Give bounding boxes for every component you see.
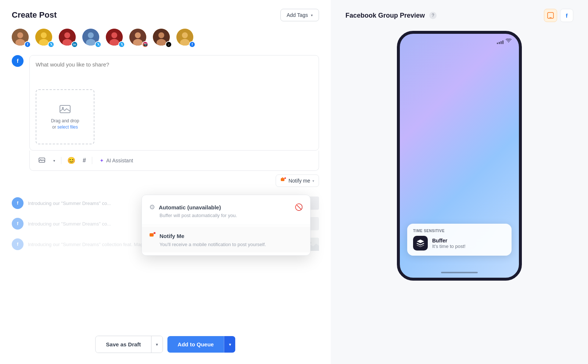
hashtag-icon: # xyxy=(83,157,86,164)
avatar-account-7[interactable]: ♪ xyxy=(153,29,172,48)
chevron-down-icon: ▾ xyxy=(53,159,55,163)
automatic-title: Automatic (unavailable) xyxy=(159,204,221,210)
mobile-preview-tab[interactable] xyxy=(544,9,557,22)
avatar-account-4[interactable]: 𝕏 xyxy=(82,29,101,48)
add-to-queue-dropdown-button[interactable]: ▾ xyxy=(224,336,236,353)
notification-text: Buffer It's time to post! xyxy=(432,238,506,249)
svg-point-1 xyxy=(17,32,23,38)
avatar-account-2[interactable]: 𝕏 xyxy=(35,29,54,48)
svg-rect-24 xyxy=(60,105,70,113)
svg-point-25 xyxy=(62,107,64,109)
notify-me-title: Notify Me xyxy=(159,233,184,239)
unavailable-icon: 🚫 xyxy=(295,203,303,211)
svg-point-10 xyxy=(88,32,94,38)
automatic-option[interactable]: ⚙ Automatic (unavailable) 🚫 Buffer will … xyxy=(142,198,310,223)
notify-chevron: ▾ xyxy=(312,179,314,183)
notification-content: Buffer It's time to post! xyxy=(413,236,506,251)
twitter-badge: 𝕏 xyxy=(48,41,54,48)
tiktok-badge: ♪ xyxy=(165,41,172,48)
save-draft-dropdown-button[interactable]: ▾ xyxy=(151,336,162,353)
svg-point-16 xyxy=(135,32,141,38)
svg-rect-28 xyxy=(281,178,284,181)
notify-me-button[interactable]: Notify me ▾ xyxy=(276,174,319,187)
chevron-down-icon: ▾ xyxy=(311,13,313,17)
svg-point-4 xyxy=(41,32,47,38)
notify-me-option[interactable]: Notify Me You'll receive a mobile notifi… xyxy=(142,227,310,252)
add-to-queue-button[interactable]: Add to Queue xyxy=(167,336,224,353)
svg-rect-35 xyxy=(549,17,552,18)
add-tags-button[interactable]: Add Tags ▾ xyxy=(280,9,319,21)
automatic-icon: ⚙ xyxy=(149,203,155,211)
select-files-link[interactable]: select files xyxy=(57,125,78,130)
svg-rect-32 xyxy=(150,233,154,237)
queue-account-icon: f xyxy=(12,197,24,209)
file-upload-area[interactable]: Drag and drop or select files xyxy=(36,89,94,144)
image-icon xyxy=(59,103,71,115)
avatar-account-1[interactable]: f xyxy=(12,29,31,48)
avatar-account-3[interactable]: in xyxy=(59,29,78,48)
ai-icon: ✦ xyxy=(100,158,104,163)
facebook-preview-tab[interactable]: f xyxy=(560,9,573,22)
toolbar-divider xyxy=(61,157,61,164)
selected-account-icon: f xyxy=(12,55,24,67)
dropdown-divider xyxy=(142,225,310,225)
emoji-button[interactable]: 😊 xyxy=(64,154,78,167)
compose-textarea[interactable] xyxy=(36,61,313,83)
buffer-app-icon xyxy=(413,236,428,251)
image-toolbar-icon xyxy=(39,157,46,164)
notification-label: TIME SENSITIVE xyxy=(413,229,506,233)
right-panel: Facebook Group Preview ? f xyxy=(331,0,588,364)
create-post-header: Create Post Add Tags ▾ xyxy=(12,9,319,21)
bottom-actions: Save as Draft ▾ Add to Queue ▾ xyxy=(95,336,235,353)
notify-row: Notify me ▾ xyxy=(29,171,319,188)
svg-point-19 xyxy=(158,32,164,38)
avatar-account-8[interactable]: f xyxy=(176,29,196,48)
notify-dropdown: ⚙ Automatic (unavailable) 🚫 Buffer will … xyxy=(141,195,311,256)
add-to-queue-group: Add to Queue ▾ xyxy=(167,336,235,353)
app-name: Buffer xyxy=(432,238,506,244)
phone-status-bar xyxy=(400,34,519,46)
help-icon[interactable]: ? xyxy=(429,12,437,19)
preview-title: Facebook Group Preview xyxy=(345,12,425,19)
upload-instruction: Drag and drop or select files xyxy=(51,118,79,130)
media-dropdown-button[interactable]: ▾ xyxy=(50,156,58,165)
notify-label: Notify me xyxy=(288,178,310,184)
save-draft-group: Save as Draft ▾ xyxy=(95,336,163,353)
hashtag-button[interactable]: # xyxy=(80,155,89,166)
avatar-account-5[interactable]: 𝕏 xyxy=(106,29,125,48)
notification-message: It's time to post! xyxy=(432,244,506,249)
avatar-row: f 𝕏 in xyxy=(12,29,319,48)
emoji-icon: 😊 xyxy=(67,156,75,165)
notify-me-description: You'll receive a mobile notification to … xyxy=(159,242,303,247)
svg-rect-33 xyxy=(154,232,155,234)
preview-tabs: f xyxy=(544,9,573,22)
left-panel: Create Post Add Tags ▾ f xyxy=(0,0,331,364)
ai-assistant-button[interactable]: ✦ AI Assistant xyxy=(95,155,137,166)
compose-area: Drag and drop or select files xyxy=(29,55,319,151)
notification-card: TIME SENSITIVE Buffer It's time to post! xyxy=(407,224,512,256)
twitter-badge-2: 𝕏 xyxy=(95,41,101,48)
toolbar-divider-2 xyxy=(92,157,92,164)
phone-mockup: TIME SENSITIVE Buffer It's time to post! xyxy=(397,31,522,281)
svg-rect-26 xyxy=(39,158,45,162)
svg-point-7 xyxy=(64,32,70,38)
media-button[interactable] xyxy=(36,155,49,166)
phone-home-indicator xyxy=(441,272,478,273)
queue-account-icon-3: f xyxy=(12,238,24,250)
avatar-account-6[interactable]: 📷 xyxy=(129,29,148,48)
wifi-icon xyxy=(506,38,512,44)
twitter-badge-3: 𝕏 xyxy=(118,41,125,48)
notify-me-icon xyxy=(149,232,156,240)
linkedin-badge: in xyxy=(71,41,78,48)
ai-label: AI Assistant xyxy=(106,158,133,163)
page-title: Create Post xyxy=(12,10,57,20)
facebook-icon: f xyxy=(566,12,568,19)
queue-account-icon-2: f xyxy=(12,218,24,230)
svg-point-13 xyxy=(111,32,117,38)
save-draft-button[interactable]: Save as Draft xyxy=(96,336,151,353)
facebook-badge-2: f xyxy=(189,41,196,48)
facebook-badge: f xyxy=(24,41,31,48)
add-tags-label: Add Tags xyxy=(287,12,308,18)
notify-icon xyxy=(280,177,286,184)
instagram-badge: 📷 xyxy=(142,41,148,48)
